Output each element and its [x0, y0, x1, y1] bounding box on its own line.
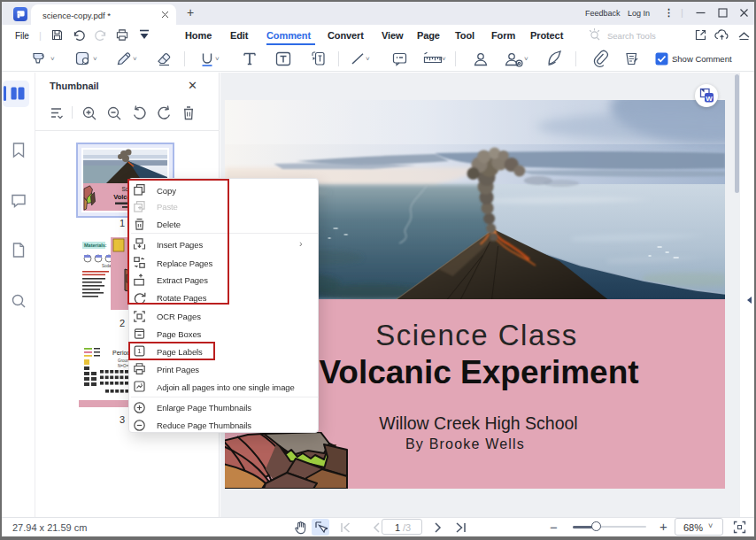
svg-text:Materials:: Materials: [84, 243, 107, 248]
svg-text:W: W [706, 95, 713, 103]
svg-text:Soda: Soda [102, 264, 112, 268]
